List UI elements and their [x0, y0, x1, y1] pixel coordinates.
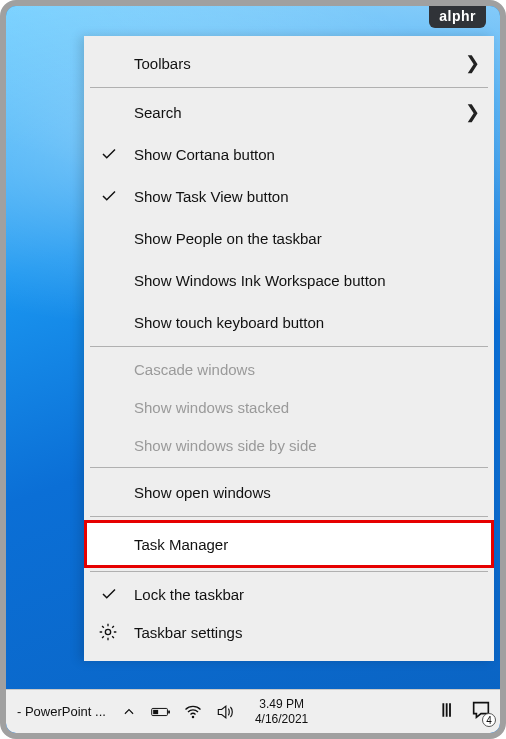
menu-item-label: Show windows side by side — [134, 437, 317, 454]
clock-date: 4/16/2021 — [255, 712, 308, 726]
menu-item-label: Task Manager — [134, 536, 228, 553]
menu-item-toolbars[interactable]: Toolbars ❯ — [84, 42, 494, 84]
svg-point-0 — [105, 629, 110, 634]
menu-item-label: Show windows stacked — [134, 399, 289, 416]
menu-item-taskbar-settings[interactable]: Taskbar settings — [84, 613, 494, 651]
menu-item-side-by-side: Show windows side by side — [84, 426, 494, 464]
taskbar-clock[interactable]: 3.49 PM 4/16/2021 — [255, 697, 308, 726]
menu-item-cascade: Cascade windows — [84, 350, 494, 388]
app-icon-generic[interactable] — [440, 700, 460, 723]
check-icon — [100, 585, 118, 603]
menu-item-label: Show People on the taskbar — [134, 230, 322, 247]
divider — [90, 571, 488, 572]
menu-item-label: Show touch keyboard button — [134, 314, 324, 331]
menu-item-lock-taskbar[interactable]: Lock the taskbar — [84, 575, 494, 613]
taskbar[interactable]: - PowerPoint ... 3.49 PM 4/16/2021 — [6, 689, 500, 733]
watermark-alphr: alphr — [429, 6, 486, 28]
menu-item-label: Show Cortana button — [134, 146, 275, 163]
menu-item-label: Taskbar settings — [134, 624, 242, 641]
volume-icon[interactable] — [215, 702, 235, 722]
svg-rect-2 — [168, 710, 170, 713]
menu-item-stacked: Show windows stacked — [84, 388, 494, 426]
menu-item-search[interactable]: Search ❯ — [84, 91, 494, 133]
taskbar-context-menu: Toolbars ❯ Search ❯ Show Cortana button … — [84, 36, 494, 661]
wifi-icon[interactable] — [183, 702, 203, 722]
menu-item-show-ink[interactable]: Show Windows Ink Workspace button — [84, 259, 494, 301]
system-tray[interactable]: 3.49 PM 4/16/2021 — [119, 690, 308, 733]
menu-item-label: Show Task View button — [134, 188, 289, 205]
clock-time: 3.49 PM — [259, 697, 304, 711]
gear-icon — [98, 622, 118, 642]
menu-item-label: Cascade windows — [134, 361, 255, 378]
menu-item-label: Search — [134, 104, 182, 121]
chevron-right-icon: ❯ — [465, 52, 480, 74]
divider — [90, 467, 488, 468]
tray-overflow-icon[interactable] — [119, 702, 139, 722]
battery-icon[interactable] — [151, 702, 171, 722]
divider — [90, 87, 488, 88]
menu-item-show-cortana[interactable]: Show Cortana button — [84, 133, 494, 175]
menu-item-task-manager[interactable]: Task Manager — [84, 520, 494, 568]
divider — [90, 516, 488, 517]
svg-rect-3 — [153, 709, 158, 713]
chevron-right-icon: ❯ — [465, 101, 480, 123]
menu-item-show-task-view[interactable]: Show Task View button — [84, 175, 494, 217]
notification-badge: 4 — [482, 713, 496, 727]
menu-item-label: Show open windows — [134, 484, 271, 501]
check-icon — [100, 187, 118, 205]
menu-item-label: Show Windows Ink Workspace button — [134, 272, 386, 289]
check-icon — [100, 145, 118, 163]
menu-item-show-people[interactable]: Show People on the taskbar — [84, 217, 494, 259]
divider — [90, 346, 488, 347]
menu-item-label: Toolbars — [134, 55, 191, 72]
taskbar-app-powerpoint[interactable]: - PowerPoint ... — [12, 703, 111, 720]
menu-item-show-touch-kb[interactable]: Show touch keyboard button — [84, 301, 494, 343]
menu-item-show-open[interactable]: Show open windows — [84, 471, 494, 513]
action-center-icon[interactable]: 4 — [470, 699, 492, 724]
svg-point-4 — [192, 715, 195, 718]
menu-item-label: Lock the taskbar — [134, 586, 244, 603]
